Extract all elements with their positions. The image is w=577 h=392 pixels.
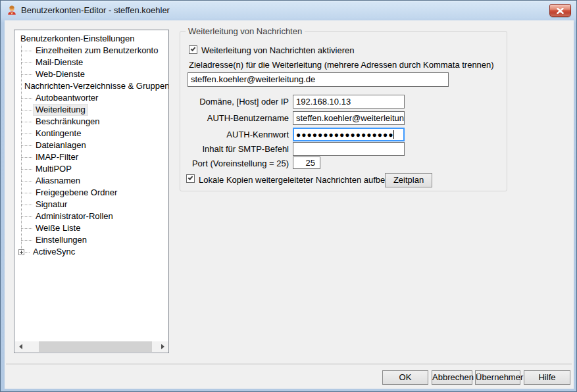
tree-root[interactable]: Benutzerkonten-Einstellungen <box>14 33 168 45</box>
smtp-command-label: Inhalt für SMTP-Befehl <box>180 144 289 154</box>
auth-password-label: AUTH-Kennwort <box>180 130 289 139</box>
footer-separator <box>6 364 572 365</box>
sidebar-item-autobeantworter[interactable]: Autobeantworter <box>14 92 168 104</box>
tree-list: Benutzerkonten-Einstellungen Einzelheite… <box>14 30 168 341</box>
sidebar-item-label: Einstellungen <box>34 235 89 245</box>
tree-connector <box>21 157 32 158</box>
domain-value: 192.168.10.13 <box>296 97 351 107</box>
tree-connector <box>21 216 32 217</box>
tree-connector <box>21 181 32 182</box>
sidebar-item-weisse-liste[interactable]: Weiße Liste <box>14 222 168 234</box>
sidebar-item-label: Kontingente <box>34 128 83 139</box>
ok-button[interactable]: OK <box>382 370 428 385</box>
sidebar-item-nachrichten-verzeichnisse[interactable]: Nachrichten-Verzeichnisse & Gruppen <box>14 80 168 92</box>
sidebar-item-label: Dateianlagen <box>34 140 88 151</box>
sidebar-item-web-dienste[interactable]: Web-Dienste <box>14 68 168 80</box>
sidebar-item-einzelheiten[interactable]: Einzelheiten zum Benutzerkonto <box>14 45 168 57</box>
domain-label: Domäne, [Host] oder IP <box>180 97 289 107</box>
text-caret <box>393 130 394 139</box>
port-value: 25 <box>306 158 315 168</box>
tree-connector <box>21 193 32 193</box>
scrollbar-thumb[interactable] <box>39 341 152 352</box>
auth-username-label: AUTH-Benutzername <box>180 113 289 123</box>
sidebar-item-beschraenkungen[interactable]: Beschränkungen <box>14 116 168 128</box>
cancel-button[interactable]: Abbrechen <box>432 370 472 385</box>
sidebar-item-label: ActiveSync <box>31 247 77 257</box>
sidebar-item-multipop[interactable]: MultiPOP <box>14 163 168 175</box>
help-button[interactable]: Hilfe <box>524 370 570 385</box>
window-title: Benutzerkonten-Editor - steffen.koehler <box>21 5 170 15</box>
sidebar-item-dateianlagen[interactable]: Dateianlagen <box>14 139 168 151</box>
titlebar[interactable]: Benutzerkonten-Editor - steffen.koehler <box>1 1 576 20</box>
settings-tree[interactable]: Benutzerkonten-Einstellungen Einzelheite… <box>14 30 169 353</box>
sidebar-item-label: Freigegebene Ordner <box>34 187 119 198</box>
sidebar-item-label: Autobeantworter <box>34 93 100 103</box>
sidebar-item-einstellungen[interactable]: Einstellungen <box>14 234 168 246</box>
tree-connector <box>21 169 32 170</box>
keep-copies-checkbox[interactable] <box>186 174 195 183</box>
tree-connector <box>21 145 32 146</box>
sidebar-item-imap-filter[interactable]: IMAP-Filter <box>14 151 168 163</box>
keep-copies-label: Lokale Kopien weitergeleiteter Nachricht… <box>199 175 413 185</box>
target-address-input[interactable]: steffen.koehler@weiterleitung.de <box>188 72 449 87</box>
user-account-icon <box>6 5 18 16</box>
auth-password-input[interactable]: ●●●●●●●●●●●●●●●●●● <box>293 128 405 141</box>
sidebar-item-kontingente[interactable]: Kontingente <box>14 128 168 139</box>
groupbox-title: Weiterleitung von Nachrichten <box>186 26 305 36</box>
close-icon <box>557 5 564 16</box>
sidebar-item-weiterleitung[interactable]: Weiterleitung <box>14 104 168 116</box>
sidebar-item-label: Weiße Liste <box>34 223 82 233</box>
checkmark-icon <box>188 175 193 180</box>
auth-username-input[interactable]: steffen.koehler@weiterleitung.de <box>293 111 405 125</box>
scroll-right-icon[interactable] <box>157 341 168 352</box>
sidebar-item-label: Beschränkungen <box>34 116 102 127</box>
enable-forwarding-checkbox[interactable] <box>189 45 197 54</box>
auth-password-masked-value: ●●●●●●●●●●●●●●●●●● <box>296 130 393 139</box>
tree-connector <box>21 98 32 99</box>
tree-connector <box>25 252 30 253</box>
dialog-client-area: Benutzerkonten-Einstellungen Einzelheite… <box>5 20 574 389</box>
tree-root-label: Benutzerkonten-Einstellungen <box>18 34 136 44</box>
field-row-domain: Domäne, [Host] oder IP 192.168.10.13 <box>180 95 507 109</box>
sidebar-item-label: Aliasnamen <box>34 176 82 186</box>
dialog-window: Benutzerkonten-Editor - steffen.koehler … <box>0 0 577 392</box>
tree-horizontal-scrollbar[interactable] <box>15 341 168 352</box>
enable-forwarding-label: Weiterleitung von Nachrichten aktivieren <box>201 45 354 55</box>
sidebar-item-label: Web-Dienste <box>34 69 87 80</box>
tree-connector <box>21 122 32 122</box>
sidebar-item-signatur[interactable]: Signatur <box>14 199 168 210</box>
sidebar-item-mail-dienste[interactable]: Mail-Dienste <box>14 57 168 68</box>
tree-connector-vline <box>21 45 22 253</box>
target-address-value: steffen.koehler@weiterleitung.de <box>191 74 315 84</box>
port-label: Port (Voreinstellung = 25) <box>180 159 289 168</box>
scroll-left-icon[interactable] <box>15 341 26 352</box>
sidebar-item-aliasnamen[interactable]: Aliasnamen <box>14 175 168 187</box>
sidebar-item-activesync[interactable]: ActiveSync <box>14 246 168 258</box>
tree-connector <box>21 110 32 110</box>
tree-connector <box>21 62 32 63</box>
sidebar-item-label: Administrator-Rollen <box>34 211 115 222</box>
close-button[interactable] <box>549 4 571 17</box>
tree-connector <box>21 240 32 241</box>
sidebar-item-label: MultiPOP <box>34 164 74 174</box>
tree-connector <box>21 51 32 51</box>
domain-input[interactable]: 192.168.10.13 <box>293 95 405 109</box>
sidebar-item-label: IMAP-Filter <box>34 152 80 162</box>
field-row-auth-password: AUTH-Kennwort ●●●●●●●●●●●●●●●●●● <box>180 128 507 141</box>
forwarding-groupbox: Weiterleitung von Nachrichten Weiterleit… <box>180 31 507 191</box>
expand-plus-icon[interactable] <box>18 249 24 255</box>
auth-username-value: steffen.koehler@weiterleitung.de <box>296 113 405 123</box>
sidebar-item-administrator-rollen[interactable]: Administrator-Rollen <box>14 210 168 222</box>
checkmark-icon <box>191 46 196 51</box>
field-row-port: Port (Voreinstellung = 25) 25 <box>180 157 507 170</box>
sidebar-item-freigegebene-ordner[interactable]: Freigegebene Ordner <box>14 187 168 199</box>
tree-connector <box>21 74 32 75</box>
tree-connector <box>21 205 32 205</box>
smtp-command-input[interactable] <box>293 142 405 156</box>
schedule-button[interactable]: Zeitplan <box>385 173 432 187</box>
sidebar-item-label: Nachrichten-Verzeichnisse & Gruppen <box>22 81 169 91</box>
apply-button[interactable]: Übernehmer <box>475 370 520 385</box>
sidebar-item-label: Mail-Dienste <box>34 57 85 68</box>
target-address-label: Zieladresse(n) für die Weiterleitung (me… <box>189 60 494 70</box>
port-input[interactable]: 25 <box>293 157 320 169</box>
